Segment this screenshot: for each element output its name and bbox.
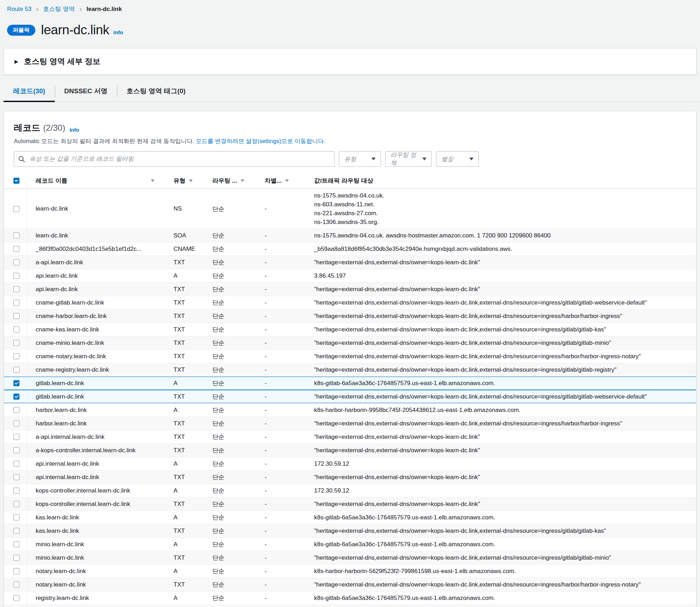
row-checkbox[interactable]	[13, 326, 19, 332]
record-routing: 단순	[209, 299, 261, 307]
column-differentiator-label: 차별...	[265, 177, 282, 185]
row-checkbox-cell	[4, 605, 27, 607]
row-checkbox[interactable]	[13, 394, 19, 400]
record-routing: 단순	[209, 245, 261, 253]
record-type: TXT	[170, 326, 209, 333]
row-checkbox[interactable]	[13, 407, 19, 413]
record-type: TXT	[170, 447, 209, 454]
record-value-line: k8s-harbor-harborin-9958bc745f-205443861…	[314, 406, 693, 414]
row-checkbox[interactable]	[13, 232, 19, 238]
row-checkbox[interactable]	[13, 461, 19, 467]
row-checkbox-cell	[4, 484, 27, 497]
record-differentiator: -	[261, 326, 311, 333]
row-checkbox[interactable]	[13, 595, 19, 601]
record-filter-input[interactable]	[29, 155, 330, 163]
tab-zone-tags[interactable]: 호스팅 영역 태그(0)	[117, 82, 195, 102]
record-differentiator: -	[261, 407, 311, 414]
record-routing: 단순	[209, 460, 261, 468]
row-checkbox[interactable]	[13, 259, 19, 265]
column-routing[interactable]: 라우팅 ...	[209, 177, 261, 185]
record-values: "heritage=external-dns,external-dns/owne…	[311, 430, 696, 443]
table-row: cname-gitlab.learn-dc.linkTXT단순-"heritag…	[4, 296, 696, 309]
routing-policy-filter-select[interactable]: 라우팅 정책	[385, 151, 432, 167]
table-row: notary.learn-dc.linkA단순-k8s-harbor-harbo…	[4, 564, 696, 578]
select-all-checkbox[interactable]	[13, 178, 19, 184]
row-checkbox-cell	[4, 551, 27, 564]
record-routing: 단순	[209, 406, 261, 414]
row-checkbox[interactable]	[13, 514, 19, 520]
record-differentiator: -	[261, 380, 311, 387]
row-checkbox[interactable]	[13, 488, 19, 494]
record-routing: 단순	[209, 433, 261, 441]
row-checkbox-cell	[4, 283, 27, 296]
column-record-name[interactable]: 레코드 이름	[27, 177, 170, 185]
record-name: kops-controller.internal.learn-dc.link	[27, 487, 170, 494]
records-info-link[interactable]: Info	[70, 127, 80, 134]
row-checkbox-cell	[4, 565, 27, 578]
row-checkbox-cell	[4, 538, 27, 551]
chevron-right-icon: ›	[80, 5, 82, 12]
table-row: a-kops-controller.internal.learn-dc.link…	[4, 443, 696, 457]
row-checkbox[interactable]	[13, 541, 19, 547]
row-checkbox[interactable]	[13, 501, 19, 507]
record-name: cname-kas.learn-dc.link	[27, 326, 170, 333]
row-checkbox[interactable]	[13, 555, 19, 561]
record-type: TXT	[170, 554, 209, 561]
record-value-line: ns-603.awsdns-11.net.	[314, 200, 693, 209]
row-checkbox[interactable]	[13, 353, 19, 359]
tab-records[interactable]: 레코드(30)	[4, 82, 55, 102]
column-differentiator[interactable]: 차별...	[261, 177, 311, 185]
row-checkbox[interactable]	[13, 340, 19, 346]
records-table-header: 레코드 이름 유형 라우팅 ... 차별... 값/트래픽 라우팅 대상	[4, 172, 696, 189]
record-type: TXT	[170, 393, 209, 400]
records-title: 레코드	[14, 122, 40, 134]
row-checkbox[interactable]	[13, 300, 19, 306]
row-checkbox[interactable]	[13, 447, 19, 453]
row-checkbox[interactable]	[13, 246, 19, 252]
table-row: minio.learn-dc.linkTXT단순-"heritage=exter…	[4, 551, 696, 564]
record-name: api.internal.learn-dc.link	[27, 474, 170, 481]
tab-dnssec[interactable]: DNSSEC 서명	[55, 82, 117, 102]
breadcrumb-hosted-zones[interactable]: 호스팅 영역	[43, 5, 75, 13]
row-checkbox[interactable]	[13, 420, 19, 426]
record-values: "heritage=external-dns,external-dns/owne…	[311, 256, 696, 269]
row-checkbox-cell	[4, 350, 27, 363]
title-info-link[interactable]: Info	[113, 29, 123, 37]
row-checkbox[interactable]	[13, 286, 19, 292]
row-checkbox[interactable]	[13, 474, 19, 480]
row-checkbox[interactable]	[13, 367, 19, 373]
record-name: minio.learn-dc.link	[27, 541, 170, 548]
row-checkbox[interactable]	[13, 313, 19, 319]
row-checkbox[interactable]	[13, 568, 19, 574]
row-checkbox-cell	[4, 363, 27, 376]
table-row: kas.learn-dc.linkTXT단순-"heritage=externa…	[4, 524, 696, 537]
row-checkbox[interactable]	[13, 380, 19, 386]
row-checkbox-cell	[4, 229, 27, 242]
row-checkbox[interactable]	[13, 434, 19, 440]
alias-filter-select[interactable]: 별칭	[436, 151, 479, 167]
record-name: kas.learn-dc.link	[27, 528, 170, 535]
record-type: TXT	[170, 259, 209, 266]
settings-link[interactable]: 모드를 변경하려면 설정(settings)으로 이동합니다.	[196, 138, 325, 144]
row-checkbox-cell	[4, 591, 27, 605]
record-type: TXT	[170, 420, 209, 427]
record-routing: 단순	[209, 393, 261, 401]
record-name: cname-gitlab.learn-dc.link	[27, 299, 170, 306]
record-value-line: "heritage=external-dns,external-dns/owne…	[314, 580, 693, 589]
row-checkbox[interactable]	[13, 206, 19, 212]
table-row: gitlab.learn-dc.linkA단순-k8s-gitlab-6a5ae…	[4, 376, 696, 390]
breadcrumb-route53[interactable]: Route 53	[7, 6, 31, 13]
record-routing: 단순	[209, 527, 261, 535]
type-filter-select[interactable]: 유형	[339, 151, 381, 167]
routing-policy-filter-label: 라우팅 정책	[390, 151, 419, 167]
row-checkbox[interactable]	[13, 528, 19, 534]
row-checkbox[interactable]	[13, 582, 19, 588]
record-values: "heritage=external-dns,external-dns/owne…	[311, 497, 696, 511]
record-differentiator: -	[261, 259, 311, 266]
hosted-zone-details-expander[interactable]: ▶ 호스팅 영역 세부 정보	[4, 48, 696, 75]
type-filter-label: 유형	[344, 155, 356, 163]
row-checkbox[interactable]	[13, 273, 19, 279]
record-differentiator: -	[261, 353, 311, 360]
column-type[interactable]: 유형	[170, 177, 209, 185]
record-values: "heritage=external-dns,external-dns/owne…	[311, 283, 696, 296]
